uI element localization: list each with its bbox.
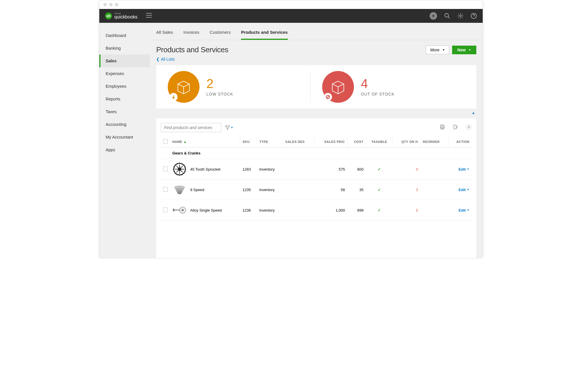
search-icon[interactable] <box>444 13 450 19</box>
all-lists-back-link[interactable]: ❮ All Lists <box>156 57 175 61</box>
sidebar-item-expenses[interactable]: Expenses <box>99 67 150 80</box>
brand-product-text: quickbooks <box>114 15 137 19</box>
filter-icon[interactable]: ▼ <box>225 125 233 130</box>
col-type[interactable]: TYPE <box>257 136 283 148</box>
table-row: 45 Tooth Sprocket1283Inventory575600✓0Ed… <box>161 159 472 180</box>
svg-line-13 <box>185 171 186 172</box>
new-button[interactable]: New ▼ <box>452 46 476 54</box>
col-reorder[interactable]: REORDER <box>420 136 449 148</box>
svg-line-27 <box>185 167 186 167</box>
sort-asc-icon: ▲ <box>183 140 186 143</box>
add-new-icon[interactable]: + <box>430 12 437 20</box>
product-qty: 0 <box>393 200 420 221</box>
row-checkbox[interactable] <box>163 187 168 192</box>
edit-button[interactable]: Edit ▼ <box>459 208 469 212</box>
low-stock-icon <box>168 71 199 103</box>
brand-logo: qb intuit quickbooks <box>105 12 137 19</box>
product-sku: 1283 <box>240 159 257 180</box>
tab-products-and-services[interactable]: Products and Services <box>241 23 288 40</box>
chevron-down-icon: ▼ <box>467 188 469 191</box>
col-cost[interactable]: COST <box>347 136 366 148</box>
product-sku: 1236 <box>240 200 257 221</box>
col-sales-price[interactable]: SALES PRIC <box>314 136 347 148</box>
select-all-checkbox[interactable] <box>163 139 168 144</box>
col-sales-desc[interactable]: SALES DES <box>283 136 314 148</box>
collapse-stats-icon[interactable]: ▲ <box>472 111 475 115</box>
chevron-down-icon: ▼ <box>442 48 445 51</box>
tab-invoices[interactable]: Invoices <box>183 23 199 40</box>
col-name[interactable]: NAME▲ <box>170 136 240 148</box>
sidebar-item-my-accountant[interactable]: My Accountant <box>99 131 150 143</box>
low-stock-stat[interactable]: 2 LOW STOCK <box>168 71 310 103</box>
svg-line-18 <box>175 173 176 174</box>
check-icon: ✓ <box>378 167 381 171</box>
tab-all-sales[interactable]: All Sales <box>156 23 173 40</box>
row-checkbox[interactable] <box>163 167 168 171</box>
sidebar-item-sales[interactable]: Sales <box>99 55 150 67</box>
sidebar-item-taxes[interactable]: Taxes <box>99 105 150 118</box>
product-type: Inventory <box>257 159 283 180</box>
window-zoom-dot[interactable] <box>115 3 118 6</box>
export-icon[interactable] <box>453 124 458 131</box>
chevron-down-icon: ▼ <box>467 209 469 212</box>
out-of-stock-icon <box>322 71 354 103</box>
svg-rect-40 <box>173 209 174 212</box>
svg-line-17 <box>177 174 177 175</box>
sidebar-item-reports[interactable]: Reports <box>99 93 150 105</box>
hamburger-menu-icon[interactable] <box>146 13 152 19</box>
table-row: Alloy Single Speed1236Inventory1,000899✓… <box>161 200 472 221</box>
product-taxable: ✓ <box>366 180 393 200</box>
search-input[interactable] <box>161 123 221 132</box>
sidebar-item-banking[interactable]: Banking <box>99 42 150 55</box>
brand-badge-icon: qb <box>105 12 112 19</box>
product-sales-price: 575 <box>314 159 347 180</box>
product-image <box>172 182 187 197</box>
col-taxable[interactable]: TAXABLE <box>366 136 393 148</box>
product-reorder <box>420 200 449 221</box>
tab-customers[interactable]: Customers <box>210 23 231 40</box>
window-minimize-dot[interactable] <box>109 3 113 6</box>
svg-line-22 <box>175 165 176 165</box>
sidebar-item-employees[interactable]: Employees <box>99 80 150 93</box>
product-sales-desc <box>283 200 314 221</box>
out-of-stock-stat[interactable]: 4 OUT OF STOCK <box>310 71 465 103</box>
low-stock-count: 2 <box>206 77 233 90</box>
sidebar-item-dashboard[interactable]: Dashboard <box>99 29 150 42</box>
product-sales-desc <box>283 159 314 180</box>
out-of-stock-count: 4 <box>361 77 395 90</box>
edit-button[interactable]: Edit ▼ <box>459 167 469 171</box>
gear-icon[interactable] <box>457 13 464 19</box>
category-name: Gears & Cranks <box>170 148 472 159</box>
svg-line-15 <box>182 174 182 175</box>
sidebar-item-accounting[interactable]: Accounting <box>99 118 150 131</box>
products-table-card: ▼ <box>156 118 476 258</box>
stock-stats-card: 2 LOW STOCK 4 OUT OF <box>156 65 476 109</box>
more-button-label: More <box>430 48 439 52</box>
edit-button[interactable]: Edit ▼ <box>459 188 469 192</box>
table-settings-gear-icon[interactable] <box>466 124 472 131</box>
more-button[interactable]: More ▼ <box>426 46 449 54</box>
product-reorder <box>420 180 449 200</box>
row-checkbox[interactable] <box>163 208 168 212</box>
col-action[interactable]: ACTION <box>449 136 472 148</box>
help-icon[interactable] <box>471 13 477 19</box>
col-qty[interactable]: QTY ON H <box>393 136 420 148</box>
product-sales-price: 1,000 <box>314 200 347 221</box>
window-titlebar <box>99 0 483 9</box>
product-reorder <box>420 159 449 180</box>
chevron-down-icon: ▼ <box>469 48 471 51</box>
app-window: qb intuit quickbooks + Dashboa <box>99 0 483 258</box>
svg-line-19 <box>174 171 174 172</box>
product-taxable: ✓ <box>366 159 393 180</box>
product-taxable: ✓ <box>366 200 393 221</box>
sidebar-nav: DashboardBankingSalesExpensesEmployeesRe… <box>99 23 150 258</box>
col-sku[interactable]: SKU <box>240 136 257 148</box>
product-name: Alloy Single Speed <box>190 208 222 212</box>
check-icon: ✓ <box>378 208 381 212</box>
page-title: Products and Services <box>156 45 228 54</box>
product-type: Inventory <box>257 200 283 221</box>
sidebar-item-apps[interactable]: Apps <box>99 143 150 156</box>
print-icon[interactable] <box>439 124 445 131</box>
window-close-dot[interactable] <box>103 3 107 6</box>
svg-point-2 <box>460 15 461 17</box>
